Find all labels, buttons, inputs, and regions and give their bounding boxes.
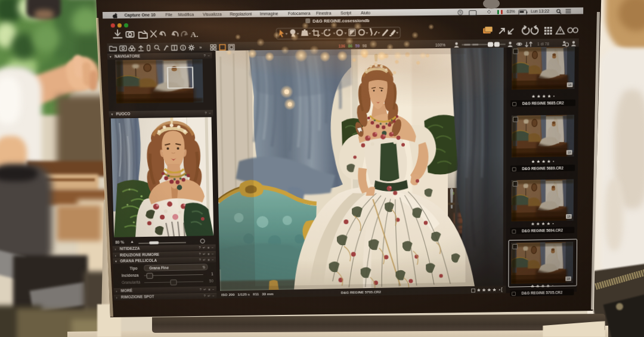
svg-text:86: 86: [348, 44, 353, 48]
svg-text:100%: 100%: [435, 43, 445, 47]
svg-text:98: 98: [363, 44, 367, 48]
svg-text:A.: A.: [190, 30, 198, 39]
svg-text:136: 136: [339, 44, 346, 48]
svg-text:1 di 78: 1 di 78: [537, 42, 549, 46]
svg-text:59: 59: [355, 44, 360, 48]
svg-text:»: »: [199, 45, 202, 51]
